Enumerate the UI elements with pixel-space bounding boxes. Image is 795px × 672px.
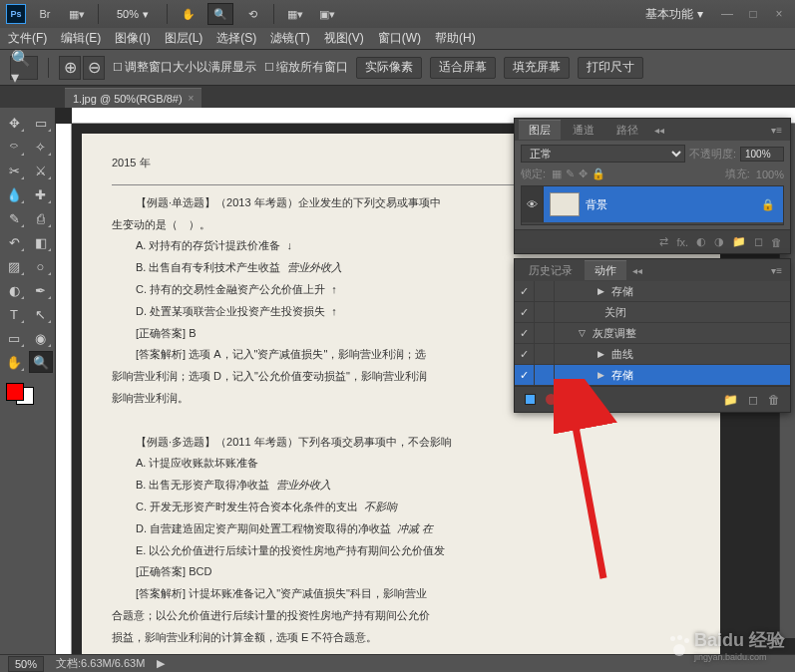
- link-layers-icon[interactable]: ⇄: [659, 235, 668, 248]
- hand-tool[interactable]: ✋: [2, 351, 26, 373]
- tab-actions[interactable]: 动作: [585, 260, 626, 280]
- close-button[interactable]: ×: [769, 6, 789, 22]
- screen-mode-icon[interactable]: ▣▾: [314, 3, 340, 25]
- lock-all-icon[interactable]: 🔒: [592, 168, 605, 180]
- zoom-level-select[interactable]: 50%▾: [117, 8, 149, 21]
- action-row[interactable]: ✓ ▶ 存储: [515, 281, 790, 302]
- zoom-in-icon[interactable]: ⊕: [59, 56, 81, 80]
- menu-filter[interactable]: 滤镜(T): [270, 30, 309, 47]
- print-size-button[interactable]: 打印尺寸: [578, 57, 643, 79]
- close-tab-icon[interactable]: ×: [189, 93, 195, 104]
- layer-mask-icon[interactable]: ◐: [696, 235, 706, 248]
- brush-tool[interactable]: ✎: [2, 207, 26, 229]
- foreground-color[interactable]: [6, 383, 24, 401]
- stop-action-icon[interactable]: [525, 394, 536, 405]
- zoom-tool-icon[interactable]: 🔍: [207, 3, 233, 25]
- tab-channels[interactable]: 通道: [563, 121, 604, 140]
- menu-edit[interactable]: 编辑(E): [61, 30, 101, 47]
- heal-tool[interactable]: ✚: [29, 183, 53, 205]
- stamp-tool[interactable]: ⎙: [29, 207, 53, 229]
- menu-file[interactable]: 文件(F): [8, 30, 47, 47]
- fit-screen-button[interactable]: 适合屏幕: [430, 57, 496, 79]
- action-dialog-icon[interactable]: [535, 302, 555, 322]
- slice-tool[interactable]: ⚔: [29, 160, 53, 181]
- type-tool[interactable]: T: [2, 303, 26, 325]
- move-tool[interactable]: ✥: [2, 112, 26, 134]
- lock-transparent-icon[interactable]: ▦: [552, 168, 562, 180]
- menu-image[interactable]: 图像(I): [115, 30, 150, 47]
- tab-history[interactable]: 历史记录: [519, 261, 583, 280]
- maximize-button[interactable]: □: [743, 6, 763, 22]
- 3d-tool[interactable]: ◉: [29, 327, 53, 349]
- wand-tool[interactable]: ✧: [29, 136, 53, 158]
- action-row[interactable]: ✓ 关闭: [515, 302, 790, 323]
- shape-tool[interactable]: ▭: [2, 327, 26, 349]
- panel-collapse-icon[interactable]: ◂◂: [650, 125, 668, 136]
- new-layer-icon[interactable]: ◻: [754, 235, 763, 248]
- action-dialog-icon[interactable]: [535, 365, 555, 385]
- crop-tool[interactable]: ✂: [2, 160, 26, 181]
- action-dialog-icon[interactable]: [535, 281, 555, 301]
- ruler-vertical[interactable]: [56, 124, 72, 654]
- play-action-icon[interactable]: ▶: [567, 393, 576, 407]
- new-set-icon[interactable]: 📁: [723, 393, 738, 407]
- arrange-docs-icon[interactable]: ▦▾: [282, 3, 308, 25]
- marquee-tool[interactable]: ▭: [29, 112, 53, 134]
- menu-layer[interactable]: 图层(L): [165, 30, 203, 47]
- document-tab[interactable]: 1.jpg @ 50%(RGB/8#) ×: [65, 88, 201, 108]
- blend-mode-select[interactable]: 正常: [521, 145, 685, 163]
- layer-group-icon[interactable]: 📁: [732, 235, 746, 248]
- panel-collapse-icon[interactable]: ◂◂: [628, 265, 646, 276]
- menu-window[interactable]: 窗口(W): [378, 30, 421, 47]
- menu-view[interactable]: 视图(V): [324, 30, 364, 47]
- action-check-icon[interactable]: ✓: [515, 344, 535, 364]
- delete-action-icon[interactable]: 🗑: [768, 393, 780, 407]
- opacity-field[interactable]: 100%: [740, 147, 784, 162]
- pen-tool[interactable]: ✒: [29, 279, 53, 301]
- lock-pixels-icon[interactable]: ✎: [566, 168, 575, 180]
- panel-menu-icon[interactable]: ▾≡: [767, 265, 786, 276]
- panel-menu-icon[interactable]: ▾≡: [767, 125, 786, 136]
- layer-row[interactable]: 👁 背景 🔒: [522, 186, 783, 222]
- action-check-icon[interactable]: ✓: [515, 323, 535, 343]
- gradient-tool[interactable]: ▨: [2, 255, 26, 277]
- menu-select[interactable]: 选择(S): [216, 30, 256, 47]
- lock-position-icon[interactable]: ✥: [579, 168, 588, 180]
- status-arrow-icon[interactable]: ▶: [157, 657, 165, 670]
- delete-layer-icon[interactable]: 🗑: [771, 236, 782, 248]
- status-doc-size[interactable]: 文档:6.63M/6.63M: [56, 656, 145, 671]
- tab-layers[interactable]: 图层: [519, 120, 561, 140]
- menu-help[interactable]: 帮助(H): [435, 30, 476, 47]
- color-swatch[interactable]: [6, 383, 34, 405]
- history-brush-tool[interactable]: ↶: [2, 231, 26, 253]
- eraser-tool[interactable]: ◧: [29, 231, 53, 253]
- action-row[interactable]: ✓ ▶ 存储: [515, 365, 790, 386]
- action-dialog-icon[interactable]: [535, 323, 555, 343]
- lasso-tool[interactable]: ⌔: [2, 136, 26, 158]
- bridge-icon[interactable]: Br: [32, 3, 58, 25]
- actual-pixels-button[interactable]: 实际像素: [356, 57, 422, 79]
- zoom-out-icon[interactable]: ⊖: [83, 56, 105, 80]
- action-check-icon[interactable]: ✓: [515, 365, 535, 385]
- current-tool-icon[interactable]: 🔍▾: [10, 56, 38, 80]
- zoom-tool[interactable]: 🔍: [29, 351, 53, 373]
- workspace-switcher[interactable]: 基本功能▾: [637, 4, 711, 25]
- tab-paths[interactable]: 路径: [606, 121, 648, 140]
- action-row[interactable]: ✓ ▽ 灰度调整: [515, 323, 790, 344]
- adjustment-layer-icon[interactable]: ◑: [714, 235, 724, 248]
- action-check-icon[interactable]: ✓: [515, 281, 535, 301]
- action-check-icon[interactable]: ✓: [515, 302, 535, 322]
- layer-fx-icon[interactable]: fx.: [676, 236, 688, 248]
- mini-bridge-icon[interactable]: ▦▾: [64, 3, 90, 25]
- visibility-icon[interactable]: 👁: [522, 186, 544, 222]
- record-action-icon[interactable]: [546, 394, 557, 405]
- dodge-tool[interactable]: ◐: [2, 279, 26, 301]
- status-zoom[interactable]: 50%: [8, 656, 44, 672]
- minimize-button[interactable]: —: [717, 6, 737, 22]
- rotate-tool-icon[interactable]: ⟲: [239, 3, 265, 25]
- resize-window-checkbox[interactable]: 调整窗口大小以满屏显示: [113, 59, 256, 76]
- blur-tool[interactable]: ○: [29, 255, 53, 277]
- action-row[interactable]: ✓ ▶ 曲线: [515, 344, 790, 365]
- new-action-icon[interactable]: ◻: [748, 393, 758, 407]
- action-dialog-icon[interactable]: [535, 344, 555, 364]
